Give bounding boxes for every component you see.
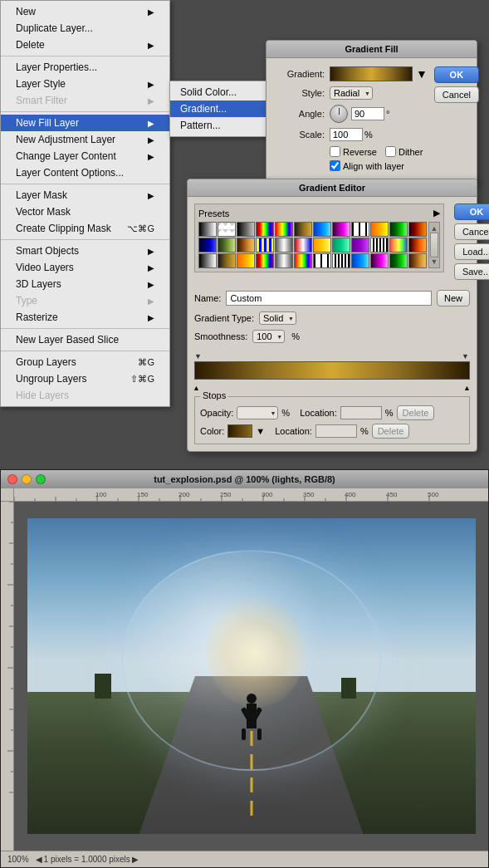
dither-checkbox[interactable]	[385, 146, 396, 157]
menu-item-change-layer-content[interactable]: Change Layer Content ▶	[1, 148, 169, 164]
preset-swatch[interactable]	[408, 222, 427, 237]
preset-swatch[interactable]	[408, 238, 427, 253]
submenu-item-pattern[interactable]: Pattern...	[170, 117, 276, 134]
preset-swatch[interactable]	[237, 222, 255, 237]
ge-save-button[interactable]: Save...	[454, 263, 489, 280]
opacity-select[interactable]	[237, 406, 278, 419]
scroll-up-icon[interactable]: ▲	[431, 224, 438, 233]
opacity-stop-right[interactable]	[462, 350, 470, 360]
nav-right-icon[interactable]: ▶	[132, 855, 139, 864]
preset-swatch[interactable]	[370, 222, 389, 237]
ps-canvas-area[interactable]	[14, 502, 488, 851]
preset-swatch[interactable]	[218, 238, 236, 253]
gradient-bar[interactable]	[194, 361, 470, 380]
preset-swatch[interactable]	[237, 253, 255, 268]
gradient-type-select[interactable]: Solid	[259, 311, 296, 325]
menu-item-smart-objects[interactable]: Smart Objects ▶	[1, 243, 169, 259]
opacity-delete-button[interactable]: Delete	[397, 405, 435, 420]
nav-left-icon[interactable]: ◀	[36, 855, 42, 864]
menu-item-vector-mask[interactable]: Vector Mask	[1, 204, 169, 220]
submenu-item-gradient[interactable]: Gradient...	[170, 101, 276, 117]
menu-item-new-adjustment-layer[interactable]: New Adjustment Layer ▶	[1, 131, 169, 148]
menu-item-delete[interactable]: Delete ▶	[1, 37, 169, 53]
reverse-checkbox-label[interactable]: Reverse	[330, 146, 377, 157]
preset-swatch[interactable]	[389, 253, 408, 268]
menu-item-create-clipping-mask[interactable]: Create Clipping Mask ⌥⌘G	[1, 220, 169, 237]
preset-swatch[interactable]	[256, 253, 274, 268]
preset-swatch[interactable]	[351, 238, 369, 253]
preset-swatch[interactable]	[313, 253, 331, 268]
presets-scrollbar[interactable]: ▲ ▼	[428, 222, 440, 268]
preset-swatch[interactable]	[370, 238, 389, 253]
preset-swatch[interactable]	[237, 238, 255, 253]
menu-item-layer-properties[interactable]: Layer Properties...	[1, 59, 169, 76]
scale-input[interactable]	[330, 128, 363, 141]
menu-item-duplicate[interactable]: Duplicate Layer...	[1, 20, 169, 37]
dither-checkbox-label[interactable]: Dither	[385, 146, 423, 157]
preset-swatch[interactable]	[408, 253, 427, 268]
reverse-checkbox[interactable]	[330, 146, 340, 157]
preset-swatch[interactable]	[332, 238, 350, 253]
menu-item-new-layer-based-slice[interactable]: New Layer Based Slice	[1, 331, 169, 348]
preset-swatch[interactable]	[294, 238, 312, 253]
preset-swatch[interactable]	[198, 253, 217, 268]
angle-dial[interactable]	[330, 105, 348, 123]
preset-swatch[interactable]	[198, 238, 217, 253]
color-location-input[interactable]	[315, 424, 357, 438]
preset-swatch[interactable]	[370, 253, 389, 268]
menu-item-new-fill-layer[interactable]: New Fill Layer ▶	[1, 115, 169, 131]
menu-item-video-layers[interactable]: Video Layers ▶	[1, 259, 169, 276]
color-stop-preview[interactable]	[227, 424, 252, 438]
color-stop-right[interactable]	[463, 381, 472, 393]
preset-swatch[interactable]	[351, 222, 369, 237]
angle-input[interactable]	[351, 107, 384, 120]
ge-name-input[interactable]	[226, 291, 432, 306]
preset-swatch[interactable]	[218, 222, 236, 237]
menu-item-rasterize[interactable]: Rasterize ▶	[1, 309, 169, 326]
ok-button[interactable]: OK	[434, 66, 479, 83]
ge-load-button[interactable]: Load...	[454, 243, 489, 260]
menu-item-3d-layers[interactable]: 3D Layers ▶	[1, 276, 169, 292]
preset-swatch[interactable]	[389, 222, 408, 237]
align-checkbox-label[interactable]: Align with layer	[330, 160, 404, 171]
preset-swatch[interactable]	[313, 238, 331, 253]
menu-item-layer-content-options[interactable]: Layer Content Options...	[1, 164, 169, 181]
close-button[interactable]	[7, 474, 17, 484]
gradient-arrow-icon[interactable]: ▼	[416, 67, 428, 81]
preset-swatch[interactable]	[275, 253, 293, 268]
ge-new-button[interactable]: New	[437, 290, 470, 306]
ge-ok-button[interactable]: OK	[454, 204, 489, 220]
scroll-thumb[interactable]	[430, 233, 438, 257]
menu-item-new[interactable]: New ▶	[1, 3, 169, 20]
preset-swatch[interactable]	[351, 253, 369, 268]
preset-swatch[interactable]	[332, 253, 350, 268]
preset-swatch[interactable]	[275, 222, 293, 237]
menu-item-layer-style[interactable]: Layer Style ▶	[1, 76, 169, 92]
presets-arrow-icon[interactable]: ▶	[433, 208, 440, 218]
opacity-location-input[interactable]	[340, 406, 382, 419]
preset-swatch[interactable]	[256, 238, 274, 253]
preset-swatch[interactable]	[198, 222, 217, 237]
color-delete-button[interactable]: Delete	[372, 424, 410, 439]
preset-swatch[interactable]	[294, 222, 312, 237]
style-select[interactable]: Radial	[330, 86, 373, 100]
preset-swatch[interactable]	[313, 222, 331, 237]
cancel-button[interactable]: Cancel	[434, 86, 479, 103]
preset-swatch[interactable]	[275, 238, 293, 253]
align-checkbox[interactable]	[330, 160, 340, 171]
preset-swatch[interactable]	[332, 222, 350, 237]
gradient-preview[interactable]	[330, 66, 413, 81]
preset-swatch[interactable]	[218, 253, 236, 268]
preset-swatch[interactable]	[256, 222, 274, 237]
submenu-item-solid-color[interactable]: Solid Color...	[170, 84, 276, 101]
opacity-stop-left[interactable]	[194, 350, 203, 360]
maximize-button[interactable]	[36, 474, 46, 484]
menu-item-group-layers[interactable]: Group Layers ⌘G	[1, 354, 169, 370]
scroll-down-icon[interactable]: ▼	[431, 257, 438, 266]
menu-item-ungroup-layers[interactable]: Ungroup Layers ⇧⌘G	[1, 370, 169, 387]
preset-swatch[interactable]	[389, 238, 408, 253]
menu-item-layer-mask[interactable]: Layer Mask ▶	[1, 187, 169, 204]
minimize-button[interactable]	[22, 474, 32, 484]
smoothness-select[interactable]: 100	[252, 330, 285, 343]
ge-cancel-button[interactable]: Cancel	[454, 223, 489, 240]
